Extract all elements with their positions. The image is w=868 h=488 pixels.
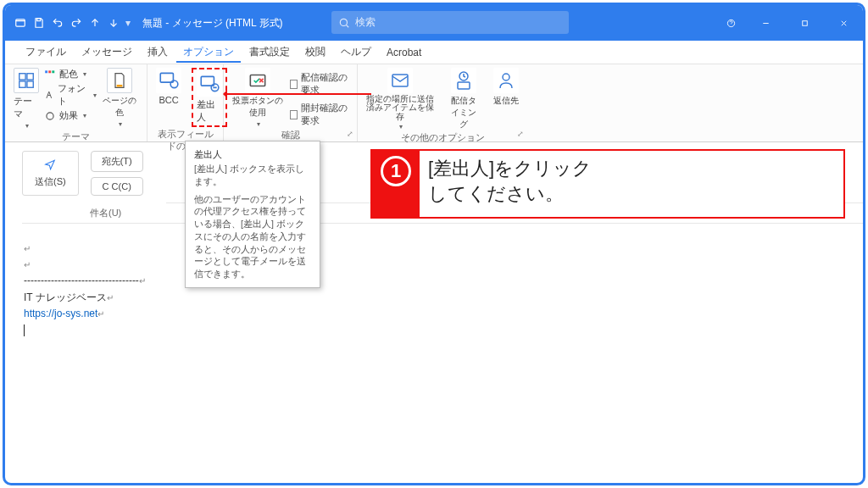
fonts-button[interactable]: フォント▾	[44, 82, 97, 108]
ribbon-group-showfields: BCC 差出人 表示フィールドの選択	[147, 64, 224, 141]
svg-rect-4	[802, 20, 807, 25]
save-sent-button[interactable]: 指定の場所に送信済みアイテムを保存▾	[366, 68, 435, 130]
app-icon	[14, 16, 27, 30]
tab-options[interactable]: オプション	[176, 42, 241, 63]
return-mark: ↵	[24, 260, 31, 269]
svg-point-15	[170, 80, 178, 88]
delay-delivery-button[interactable]: 配信タイミング	[450, 68, 478, 130]
text-cursor	[24, 324, 25, 336]
group-label-confirm: 確認	[232, 128, 348, 141]
svg-rect-7	[19, 81, 25, 87]
effects-button[interactable]: 効果▾	[44, 109, 97, 122]
tab-review[interactable]: 校閲	[298, 42, 332, 63]
send-button[interactable]: 送信(S)	[22, 151, 79, 196]
svg-rect-5	[19, 74, 25, 80]
svg-rect-1	[37, 19, 41, 21]
colors-button[interactable]: 配色▾	[44, 68, 97, 80]
tab-insert[interactable]: 挿入	[141, 42, 175, 63]
svg-rect-13	[117, 85, 123, 87]
menu-bar: ファイル メッセージ 挿入 オプション 書式設定 校閲 ヘルプ Acrobat	[5, 41, 863, 64]
bcc-button[interactable]: BCC	[156, 68, 181, 127]
annotation-arrow	[224, 93, 371, 95]
save-icon[interactable]	[32, 16, 46, 30]
annotation-callout: 1 [差出人]をクリック してください。	[370, 149, 845, 219]
svg-point-22	[503, 74, 509, 80]
svg-rect-21	[458, 82, 470, 89]
down-arrow-icon[interactable]	[107, 16, 120, 30]
svg-rect-11	[52, 70, 54, 73]
group-label-theme: テーマ	[14, 130, 138, 143]
signature-link[interactable]: https://jo-sys.net	[24, 308, 97, 319]
svg-rect-10	[48, 70, 51, 73]
signature-name: IT ナレッジベース	[24, 291, 107, 303]
ribbon: テーマ▾ 配色▾ フォント▾ 効果▾ ページの色▾ テーマ BCC	[5, 64, 863, 142]
svg-point-2	[340, 19, 347, 25]
redo-icon[interactable]	[70, 16, 83, 30]
tooltip-line: [差出人] ボックスを表示します。	[194, 163, 311, 187]
title-bar: ▾ 無題 - メッセージ (HTML 形式) 検索	[5, 5, 863, 41]
search-input[interactable]: 検索	[331, 11, 569, 34]
svg-rect-19	[392, 75, 408, 86]
message-body[interactable]: ↵ ↵ ----------------------------------↵ …	[5, 227, 863, 352]
reply-to-button[interactable]: 返信先	[493, 68, 519, 130]
ribbon-group-other: 指定の場所に送信済みアイテムを保存▾ 配信タイミング 返信先 その他のオプション…	[358, 64, 527, 141]
annotation-text: [差出人]をクリック してください。	[420, 151, 843, 217]
annotation-number-box: 1	[372, 151, 420, 217]
themes-button[interactable]: テーマ▾	[14, 68, 39, 130]
voting-button[interactable]: 投票ボタンの使用▾	[232, 68, 283, 128]
undo-icon[interactable]	[51, 16, 64, 30]
tooltip-title: 差出人	[194, 148, 311, 161]
svg-rect-8	[27, 81, 33, 87]
search-icon	[338, 17, 350, 29]
minimize-button[interactable]	[746, 5, 785, 41]
ribbon-group-theme: テーマ▾ 配色▾ フォント▾ 効果▾ ページの色▾ テーマ	[5, 64, 147, 141]
return-mark: ↵	[24, 244, 31, 253]
annotation-number: 1	[381, 156, 411, 186]
signature-divider: ----------------------------------	[24, 274, 139, 286]
to-button[interactable]: 宛先(T)	[91, 151, 143, 172]
search-placeholder: 検索	[355, 15, 376, 30]
up-arrow-icon[interactable]	[88, 16, 102, 30]
svg-point-12	[47, 112, 53, 119]
tab-message[interactable]: メッセージ	[75, 42, 139, 63]
tooltip-from: 差出人 [差出人] ボックスを表示します。 他のユーザーのアカウントの代理アクセ…	[185, 141, 320, 288]
tooltip-line: 他のユーザーのアカウントの代理アクセス権を持っている場合、[差出人] ボックスに…	[194, 193, 311, 280]
cc-button[interactable]: C C(C)	[91, 177, 143, 196]
maximize-button[interactable]	[785, 5, 824, 41]
tab-file[interactable]: ファイル	[19, 42, 73, 63]
dialog-launcher-icon[interactable]: ⤢	[517, 130, 524, 138]
tab-acrobat[interactable]: Acrobat	[380, 43, 428, 62]
group-label-other: その他のオプション	[366, 130, 519, 144]
dialog-launcher-icon[interactable]: ⤢	[347, 130, 353, 138]
svg-rect-9	[45, 70, 47, 73]
svg-rect-6	[27, 74, 33, 80]
page-color-button[interactable]: ページの色▾	[102, 68, 138, 128]
send-icon	[42, 158, 58, 170]
read-receipt-checkbox[interactable]: 開封確認の要求	[290, 102, 348, 127]
close-button[interactable]	[824, 5, 863, 41]
help-icon[interactable]	[715, 5, 746, 41]
tab-help[interactable]: ヘルプ	[334, 42, 378, 63]
tab-format[interactable]: 書式設定	[242, 42, 297, 63]
window-title: 無題 - メッセージ (HTML 形式)	[142, 16, 283, 30]
ribbon-group-confirm: 投票ボタンの使用▾ 配信確認の要求 開封確認の要求 確認 ⤢	[224, 64, 358, 141]
